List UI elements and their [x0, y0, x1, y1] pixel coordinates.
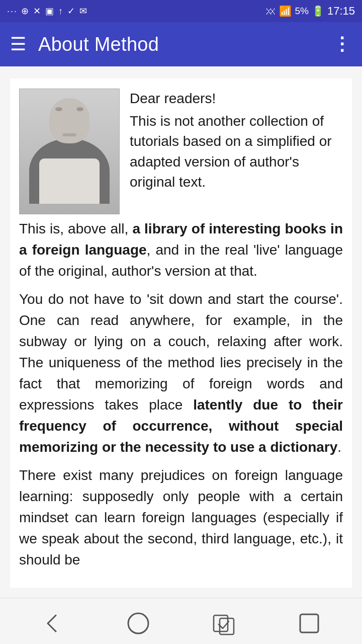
content-inner: Dear readers! This is not another collec… [10, 78, 352, 588]
para3-plain: You do not have to 'sit down and start t… [19, 291, 343, 413]
paragraph-prejudices: There exist many prejudices on foreign l… [19, 465, 343, 571]
main-body-text: This is, above all, a library of interes… [19, 218, 343, 571]
intro-paragraph1: This is not another collection of tutori… [130, 113, 332, 190]
bottom-nav [0, 598, 362, 644]
app-bar: ☰ About Method ⋮ [0, 22, 362, 66]
home-icon [125, 610, 151, 636]
notification-icons: ··· ⊕ ✕ ▣ ↑ ✓ ✉ [7, 6, 88, 17]
status-right: ⯵ 📶 5% 🔋 17:15 [266, 5, 355, 18]
person-body-shape [29, 138, 110, 204]
home-button[interactable] [121, 606, 156, 641]
para4-text: There exist many prejudices on foreign l… [19, 467, 343, 568]
wifi-icon: 📶 [279, 5, 292, 17]
back-button[interactable] [35, 606, 70, 641]
bluetooth-icon: ⯵ [266, 6, 276, 17]
overflow-menu-icon[interactable]: ⋮ [333, 34, 352, 55]
status-bar: ··· ⊕ ✕ ▣ ↑ ✓ ✉ ⯵ 📶 5% 🔋 17:15 [0, 0, 362, 22]
person-head-shape [49, 98, 89, 143]
square-button[interactable] [292, 606, 327, 641]
svg-point-0 [128, 613, 148, 633]
paragraph-library: This is, above all, a library of interes… [19, 218, 343, 282]
paragraph-uniqueness: You do not have to 'sit down and start t… [19, 289, 343, 458]
battery-percent: 5% [295, 6, 308, 17]
page-title: About Method [38, 34, 333, 55]
recents-icon [211, 610, 237, 636]
menu-icon[interactable]: ☰ [10, 35, 26, 53]
greeting-text: Dear readers! [130, 89, 343, 109]
status-left: ··· ⊕ ✕ ▣ ↑ ✓ ✉ [7, 6, 88, 17]
battery-icon: 🔋 [312, 5, 324, 17]
back-icon [40, 610, 66, 636]
author-photo [19, 89, 120, 214]
para2-plain1: This is, above all, [19, 221, 132, 236]
square-icon [296, 610, 322, 636]
recents-button[interactable] [206, 606, 241, 641]
time: 17:15 [327, 5, 355, 18]
svg-rect-3 [300, 614, 318, 632]
content-area: Dear readers! This is not another collec… [0, 66, 362, 598]
author-section: Dear readers! This is not another collec… [19, 89, 343, 214]
intro-text: Dear readers! This is not another collec… [130, 89, 343, 193]
para3-end: . [337, 439, 341, 455]
